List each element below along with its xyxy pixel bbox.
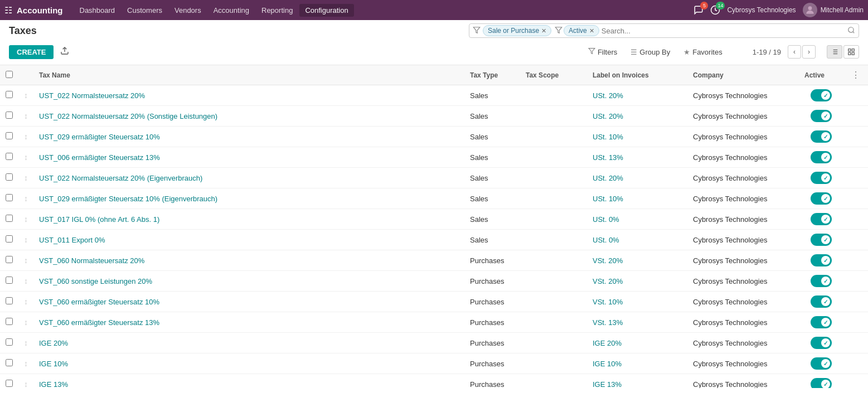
drag-handle-icon[interactable]: ↕ [24, 338, 28, 347]
th-active[interactable]: Active [799, 65, 843, 85]
select-all-checkbox[interactable] [6, 71, 13, 78]
row-active-cell[interactable] [799, 250, 843, 271]
row-active-cell[interactable] [799, 374, 843, 389]
row-checkbox[interactable] [6, 277, 13, 284]
row-checkbox-cell[interactable] [0, 333, 18, 353]
row-checkbox[interactable] [6, 359, 13, 366]
row-active-cell[interactable] [799, 106, 843, 127]
active-toggle[interactable] [811, 337, 832, 349]
row-checkbox-cell[interactable] [0, 106, 18, 127]
filters-button[interactable]: Filters [585, 46, 620, 58]
row-active-cell[interactable] [799, 312, 843, 333]
row-checkbox[interactable] [6, 235, 13, 243]
drag-handle-icon[interactable]: ↕ [24, 318, 28, 327]
row-checkbox[interactable] [6, 338, 13, 346]
row-checkbox[interactable] [6, 91, 13, 98]
active-toggle[interactable] [811, 151, 832, 163]
active-toggle[interactable] [811, 192, 832, 205]
create-button[interactable]: CREATE [9, 45, 54, 59]
row-checkbox-cell[interactable] [0, 209, 18, 230]
drag-handle-icon[interactable]: ↕ [24, 215, 28, 224]
active-toggle[interactable] [811, 254, 832, 266]
row-drag-cell[interactable]: ↕ [18, 106, 33, 127]
tax-name-link[interactable]: UST_029 ermäßigter Steuersatz 10% [39, 133, 160, 141]
row-drag-cell[interactable]: ↕ [18, 147, 33, 168]
tax-name-link[interactable]: UST_017 IGL 0% (ohne Art. 6 Abs. 1) [39, 215, 159, 224]
row-active-cell[interactable] [799, 188, 843, 209]
row-drag-cell[interactable]: ↕ [18, 127, 33, 147]
row-active-cell[interactable] [799, 230, 843, 250]
drag-handle-icon[interactable]: ↕ [24, 297, 28, 306]
row-drag-cell[interactable]: ↕ [18, 230, 33, 250]
active-toggle[interactable] [811, 378, 832, 388]
row-active-cell[interactable] [799, 209, 843, 230]
row-drag-cell[interactable]: ↕ [18, 209, 33, 230]
active-toggle[interactable] [811, 213, 832, 225]
row-checkbox-cell[interactable] [0, 374, 18, 389]
th-tax-type[interactable]: Tax Type [464, 65, 520, 85]
active-toggle[interactable] [811, 130, 832, 143]
row-checkbox[interactable] [6, 132, 13, 139]
th-checkbox[interactable] [0, 65, 18, 85]
tax-name-link[interactable]: IGE 20% [39, 339, 68, 347]
apps-icon[interactable]: ☷ [4, 5, 12, 16]
nav-link-vendors[interactable]: Vendors [169, 4, 207, 17]
th-tax-name[interactable]: Tax Name [33, 65, 464, 85]
active-toggle[interactable] [811, 234, 832, 246]
more-columns-button[interactable]: ⋮ [849, 70, 862, 80]
th-tax-scope[interactable]: Tax Scope [520, 65, 587, 85]
drag-handle-icon[interactable]: ↕ [24, 380, 28, 388]
row-drag-cell[interactable]: ↕ [18, 271, 33, 292]
tax-name-link[interactable]: IGE 13% [39, 380, 68, 389]
active-toggle[interactable] [811, 89, 832, 101]
filter-tag-sale-purchase-close[interactable]: ✕ [541, 27, 546, 35]
row-checkbox-cell[interactable] [0, 188, 18, 209]
drag-handle-icon[interactable]: ↕ [24, 277, 28, 285]
drag-handle-icon[interactable]: ↕ [24, 132, 28, 141]
drag-handle-icon[interactable]: ↕ [24, 235, 28, 244]
tax-name-link[interactable]: UST_022 Normalsteuersatz 20% (Sonstige L… [39, 112, 217, 120]
row-checkbox[interactable] [6, 194, 13, 201]
drag-handle-icon[interactable]: ↕ [24, 112, 28, 120]
favorites-button[interactable]: ★ Favorites [680, 46, 725, 58]
row-checkbox[interactable] [6, 215, 13, 222]
tax-name-link[interactable]: UST_011 Export 0% [39, 236, 105, 244]
row-checkbox[interactable] [6, 153, 13, 160]
row-active-cell[interactable] [799, 292, 843, 312]
row-active-cell[interactable] [799, 85, 843, 106]
grid-view-button[interactable] [843, 45, 859, 59]
groupby-button[interactable]: ☰ Group By [627, 46, 673, 58]
row-checkbox[interactable] [6, 173, 13, 181]
row-checkbox-cell[interactable] [0, 230, 18, 250]
tax-name-link[interactable]: UST_029 ermäßigter Steuersatz 10% (Eigen… [39, 195, 217, 203]
active-toggle[interactable] [811, 275, 832, 287]
row-active-cell[interactable] [799, 147, 843, 168]
filter-tag-active-close[interactable]: ✕ [589, 27, 594, 35]
row-drag-cell[interactable]: ↕ [18, 333, 33, 353]
active-toggle[interactable] [811, 316, 832, 328]
drag-handle-icon[interactable]: ↕ [24, 359, 28, 368]
drag-handle-icon[interactable]: ↕ [24, 91, 28, 100]
clock-icon-button[interactable]: 14 [710, 5, 720, 15]
search-input[interactable] [599, 26, 847, 36]
filter-tag-active[interactable]: Active ✕ [564, 25, 599, 36]
row-drag-cell[interactable]: ↕ [18, 374, 33, 389]
row-active-cell[interactable] [799, 127, 843, 147]
th-more[interactable]: ⋮ [843, 65, 868, 85]
active-toggle[interactable] [811, 357, 832, 370]
row-active-cell[interactable] [799, 353, 843, 374]
row-drag-cell[interactable]: ↕ [18, 168, 33, 188]
row-checkbox[interactable] [6, 380, 13, 387]
user-menu[interactable]: Mitchell Admin [803, 3, 864, 17]
row-checkbox-cell[interactable] [0, 353, 18, 374]
nav-link-configuration[interactable]: Configuration [299, 4, 353, 17]
tax-name-link[interactable]: VST_060 ermäßigter Steuersatz 13% [39, 318, 159, 327]
row-drag-cell[interactable]: ↕ [18, 188, 33, 209]
drag-handle-icon[interactable]: ↕ [24, 194, 28, 203]
next-page-button[interactable]: › [802, 45, 816, 59]
nav-link-reporting[interactable]: Reporting [256, 4, 298, 17]
tax-name-link[interactable]: VST_060 sonstige Leistungen 20% [39, 277, 152, 285]
row-checkbox[interactable] [6, 318, 13, 325]
row-checkbox-cell[interactable] [0, 312, 18, 333]
chat-icon-button[interactable]: 5 [694, 5, 704, 15]
